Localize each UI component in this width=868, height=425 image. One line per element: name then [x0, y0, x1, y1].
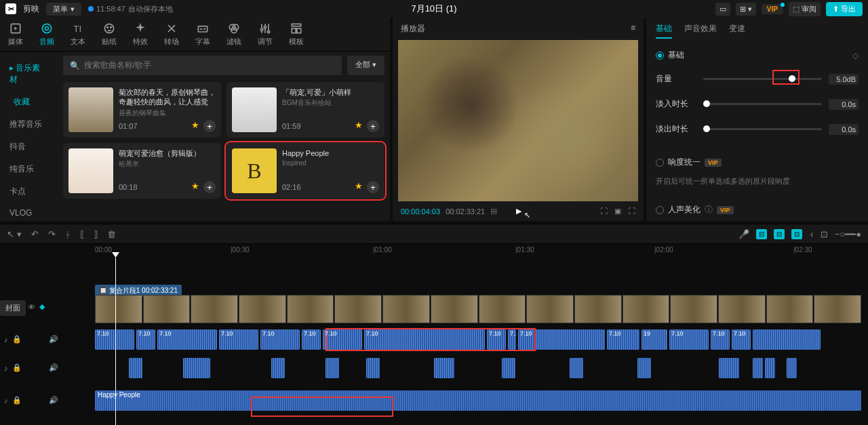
export-button[interactable]: ⬆ 导出 [826, 2, 863, 16]
timeline-ruler[interactable]: 00:00 |00:30 |01:00 |01:30 |02:00 |02:30 [0, 244, 868, 258]
preview-icon[interactable]: ⊡ [821, 229, 828, 239]
main-toolbar: 媒体 音频 TI文本 贴纸 特效 转场 字幕 滤镜 调节 模板 [0, 18, 390, 52]
tl-opt1[interactable]: ⊟ [756, 229, 767, 239]
svg-point-12 [264, 26, 266, 28]
split-tool[interactable]: ⟊ [65, 229, 71, 239]
audio-track-happy-people[interactable]: Happy People [95, 390, 861, 411]
tool-effect[interactable]: 特效 [133, 22, 148, 47]
add-button[interactable]: + [367, 181, 379, 193]
audio-track-1[interactable]: 7.10 7.10 7.10 7.10 7.10 7.10 7.10 7.10 … [95, 329, 861, 350]
music-card-happy-people[interactable]: B Happy PeopleInspired02:16★+ [226, 143, 384, 199]
tool-audio[interactable]: 音频 [39, 22, 54, 47]
sidebar-beat[interactable]: 卡点 [0, 180, 58, 203]
fadein-value[interactable]: 0.0s [829, 99, 859, 110]
svg-point-6 [111, 27, 112, 28]
tool-transition[interactable]: 转场 [164, 22, 179, 47]
tl-opt2[interactable]: ⊟ [774, 229, 785, 239]
timeline[interactable]: ⊡🔒👁◆ ♪🔒🔊 ♪🔒🔊 ♪🔒🔊 封面 🔲 复合片段1 00:02:33:21 … [0, 258, 868, 425]
tl-opt3[interactable]: ⊟ [791, 229, 802, 239]
sidebar-favorites[interactable]: 收藏 [0, 91, 58, 113]
list-icon[interactable]: ▤ [490, 207, 497, 216]
tool-media[interactable]: 媒体 [8, 22, 23, 47]
star-icon[interactable]: ★ [191, 120, 199, 132]
ratio-icon[interactable]: ▣ [614, 207, 621, 216]
fadein-slider[interactable] [703, 103, 822, 105]
loudness-toggle[interactable] [656, 159, 664, 167]
svg-point-2 [45, 27, 49, 31]
tool-adjust[interactable]: 调节 [258, 22, 273, 47]
play-button[interactable]: ▶ [516, 207, 521, 216]
app-name: 剪映 [23, 3, 39, 15]
svg-rect-7 [198, 26, 207, 32]
svg-point-4 [104, 24, 113, 33]
app-logo: ✂ [5, 3, 16, 14]
music-card[interactable]: 「萌宠,可爱」小萌样BGM音乐补给站01:59★+ [226, 82, 384, 138]
loudness-hint: 开启后可统一所单选或多选的原片段响度 [656, 174, 859, 189]
music-card[interactable]: 菊次郎的春天，原创钢琴曲，奇趣轻快的曲风，让人感觉耳...昼夜的钢琴曲集01:0… [63, 82, 221, 138]
project-title: 7月10日 (1) [411, 3, 456, 15]
music-card[interactable]: 萌宠可爱治愈（剪辑版）哈基米00:18★+ [63, 143, 221, 199]
basic-toggle[interactable] [656, 52, 664, 60]
align-icon[interactable]: ⫞ [809, 229, 814, 239]
layout-icon[interactable]: ▭ [715, 3, 730, 16]
tool-template[interactable]: 模板 [289, 22, 304, 47]
crop-icon[interactable]: ⛶ [600, 207, 608, 216]
split-right-tool[interactable]: ⟧ [94, 229, 98, 239]
playhead[interactable] [115, 258, 116, 425]
menu-button[interactable]: 菜单 ▾ [46, 3, 81, 16]
add-button[interactable]: + [203, 120, 216, 132]
svg-rect-16 [297, 28, 301, 33]
star-icon[interactable]: ★ [355, 120, 363, 132]
tab-basic[interactable]: 基础 [656, 23, 672, 39]
time-current: 00:00:04:03 [401, 207, 440, 216]
svg-text:TI: TI [73, 24, 81, 34]
split-left-tool[interactable]: ⟦ [80, 229, 84, 239]
sidebar-recommended[interactable]: 推荐音乐 [0, 113, 58, 136]
zoom-out[interactable]: −○━━● [835, 229, 861, 239]
volume-value[interactable]: 5.0dB [829, 74, 859, 85]
audio-sidebar: ▸ 音乐素材 收藏 推荐音乐 抖音 纯音乐 卡点 VLOG 旅行 [0, 52, 58, 221]
delete-tool[interactable]: 🗑 [107, 229, 116, 239]
tool-subtitle[interactable]: 字幕 [195, 22, 210, 47]
autosave-status: 11:58:47 自动保存本地 [88, 4, 173, 14]
tool-filter[interactable]: 滤镜 [226, 22, 241, 47]
audio-track-2[interactable]: 快闪 嗨 大狮 呐 [95, 358, 861, 378]
svg-rect-15 [292, 28, 296, 33]
sidebar-pure-music[interactable]: 纯音乐 [0, 158, 58, 180]
svg-rect-14 [292, 24, 300, 26]
tool-sticker[interactable]: 贴纸 [102, 22, 117, 47]
pointer-tool[interactable]: ↖ ▾ [7, 229, 22, 239]
filter-all-button[interactable]: 全部 ▾ [347, 56, 384, 75]
redo-button[interactable]: ↷ [48, 229, 56, 239]
tab-speed[interactable]: 变速 [729, 23, 745, 39]
sidebar-music-material[interactable]: ▸ 音乐素材 [0, 57, 58, 91]
svg-point-11 [260, 28, 262, 31]
cover-button[interactable]: 封面 [0, 300, 26, 316]
add-button[interactable]: + [367, 120, 379, 132]
svg-point-13 [267, 31, 269, 33]
preview-menu-icon[interactable]: ≡ [631, 23, 635, 35]
layout2-icon[interactable]: ⊞ ▾ [736, 3, 756, 16]
sidebar-vlog[interactable]: VLOG [0, 203, 58, 221]
volume-slider[interactable] [703, 78, 822, 80]
review-button[interactable]: ⬚ 审阅 [789, 2, 821, 16]
tab-sound-effect[interactable]: 声音效果 [684, 23, 717, 39]
fullscreen-icon[interactable]: ⛶ [628, 207, 635, 216]
sidebar-douyin[interactable]: 抖音 [0, 136, 58, 158]
video-preview[interactable] [398, 40, 638, 201]
fadeout-value[interactable]: 0.0s [829, 124, 859, 135]
svg-point-5 [107, 27, 108, 28]
star-icon[interactable]: ★ [355, 181, 363, 193]
time-total: 00:02:33:21 [446, 207, 485, 216]
svg-point-1 [42, 24, 51, 33]
voice-toggle[interactable] [656, 206, 664, 214]
vip-badge[interactable]: VIP [762, 4, 783, 14]
video-track[interactable] [95, 295, 861, 323]
add-button[interactable]: + [203, 181, 216, 193]
search-input[interactable]: 🔍 搜索歌曲名称/歌手 [63, 56, 342, 75]
mic-icon[interactable]: 🎤 [738, 229, 749, 239]
undo-button[interactable]: ↶ [31, 229, 39, 239]
star-icon[interactable]: ★ [191, 181, 199, 193]
tool-text[interactable]: TI文本 [71, 22, 85, 47]
fadeout-slider[interactable] [703, 128, 822, 130]
